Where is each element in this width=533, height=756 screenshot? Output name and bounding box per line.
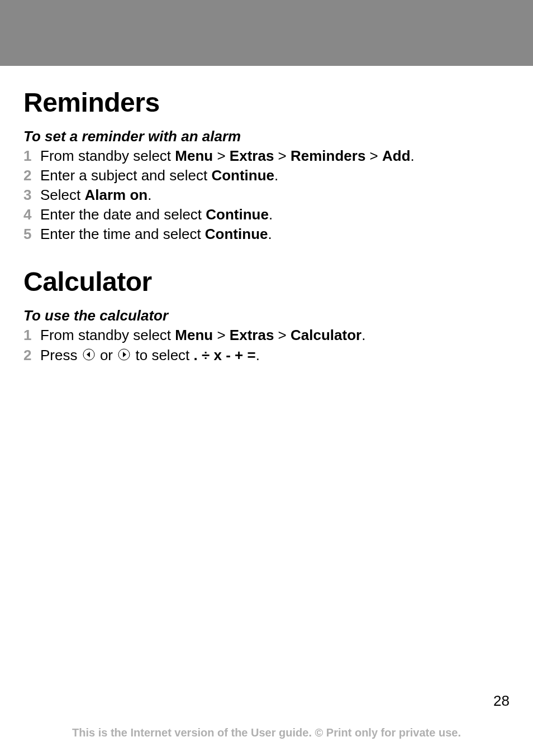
list-item: 3 Select Alarm on.	[23, 185, 510, 205]
page-number: 28	[23, 692, 510, 710]
nav-right-icon	[118, 346, 130, 366]
document-page: Reminders To set a reminder with an alar…	[0, 66, 533, 756]
list-item: 2 Enter a subject and select Continue.	[23, 166, 510, 185]
step-number: 2	[23, 166, 40, 185]
subheading-calculator: To use the calculator	[23, 307, 510, 324]
list-item: 4 Enter the date and select Continue.	[23, 205, 510, 224]
step-number: 1	[23, 326, 40, 345]
content-area: Reminders To set a reminder with an alar…	[23, 87, 510, 692]
section-heading-reminders: Reminders	[23, 87, 510, 118]
step-number: 1	[23, 146, 40, 166]
step-number: 5	[23, 224, 40, 244]
step-text: Select Alarm on.	[40, 185, 510, 205]
steps-list-reminders: 1 From standby select Menu > Extras > Re…	[23, 146, 510, 244]
list-item: 1 From standby select Menu > Extras > Re…	[23, 146, 510, 166]
nav-left-icon	[83, 346, 95, 366]
steps-list-calculator: 1 From standby select Menu > Extras > Ca…	[23, 326, 510, 366]
list-item: 5 Enter the time and select Continue.	[23, 224, 510, 244]
section-heading-calculator: Calculator	[23, 266, 510, 297]
step-text: Enter the date and select Continue.	[40, 205, 510, 224]
step-text: Enter a subject and select Continue.	[40, 166, 510, 185]
step-number: 4	[23, 205, 40, 224]
subheading-reminder-alarm: To set a reminder with an alarm	[23, 128, 510, 145]
step-number: 2	[23, 346, 40, 365]
step-text: From standby select Menu > Extras > Remi…	[40, 146, 510, 166]
step-text: From standby select Menu > Extras > Calc…	[40, 326, 510, 345]
step-text: Enter the time and select Continue.	[40, 224, 510, 244]
list-item: 2 Press or to select . ÷ x - + =.	[23, 346, 510, 366]
step-text: Press or to select . ÷ x - + =.	[40, 346, 510, 366]
step-number: 3	[23, 185, 40, 205]
footer-disclaimer: This is the Internet version of the User…	[23, 726, 510, 739]
list-item: 1 From standby select Menu > Extras > Ca…	[23, 326, 510, 345]
